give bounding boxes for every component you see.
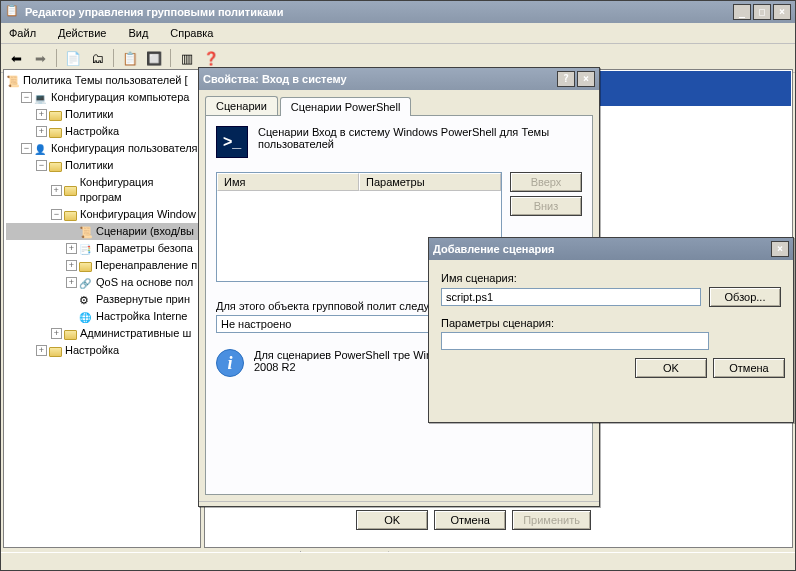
collapse-icon[interactable]: − xyxy=(21,92,32,103)
qos-icon xyxy=(79,276,93,290)
expand-icon[interactable]: + xyxy=(66,277,77,288)
powershell-icon: >_ xyxy=(216,126,248,158)
tree-win-config[interactable]: −Конфигурация Window xyxy=(6,206,198,223)
computer-icon xyxy=(34,91,48,105)
close-button[interactable]: × xyxy=(771,241,789,257)
printer-icon xyxy=(79,293,93,307)
tree-label: Политики xyxy=(65,158,114,173)
expand-icon[interactable]: + xyxy=(66,243,77,254)
tree-root[interactable]: Политика Темы пользователей [ xyxy=(6,72,198,89)
props-title: Свойства: Вход в систему xyxy=(203,73,557,85)
tree-folder-redir[interactable]: +Перенаправление п xyxy=(6,257,198,274)
add-titlebar[interactable]: Добавление сценария × xyxy=(429,238,793,260)
collapse-icon[interactable]: − xyxy=(51,209,62,220)
folder-icon xyxy=(64,186,77,196)
tree-scripts[interactable]: Сценарии (вход/вы xyxy=(6,223,198,240)
tree-user-config[interactable]: −Конфигурация пользователя xyxy=(6,140,198,157)
expand-icon[interactable]: + xyxy=(36,109,47,120)
tab-scripts[interactable]: Сценарии xyxy=(205,96,278,115)
move-up-button[interactable]: Вверх xyxy=(510,172,582,192)
folder-icon xyxy=(79,262,92,272)
ok-button[interactable]: OK xyxy=(356,510,428,530)
add-button-row: OK Отмена xyxy=(429,350,793,386)
tree-label: Политика Темы пользователей [ xyxy=(23,73,188,88)
export-button[interactable]: 📋 xyxy=(119,47,141,69)
folder-icon xyxy=(64,211,77,221)
menu-action[interactable]: Действие xyxy=(54,25,110,41)
collapse-icon[interactable]: − xyxy=(36,160,47,171)
tree-label: Конфигурация програм xyxy=(80,175,198,205)
collapse-icon[interactable]: − xyxy=(21,143,32,154)
tree-security[interactable]: +Параметры безопа xyxy=(6,240,198,257)
show-hide-button[interactable]: 🗂 xyxy=(86,47,108,69)
tab-powershell[interactable]: Сценарии PowerShell xyxy=(280,97,412,116)
scroll-icon xyxy=(6,74,20,88)
tree-policies2[interactable]: −Политики xyxy=(6,157,198,174)
cancel-button[interactable]: Отмена xyxy=(713,358,785,378)
help-button[interactable]: ? xyxy=(557,71,575,87)
tree-comp-config[interactable]: −Конфигурация компьютера xyxy=(6,89,198,106)
tree-label: Развернутые прин xyxy=(96,292,190,307)
tree-admin-tmpl[interactable]: +Административные ш xyxy=(6,325,198,342)
tree-label: Конфигурация пользователя xyxy=(51,141,198,156)
security-icon xyxy=(79,242,93,256)
browse-button[interactable]: Обзор... xyxy=(709,287,781,307)
main-titlebar[interactable]: 📋 Редактор управления групповыми политик… xyxy=(1,1,795,23)
apply-button[interactable]: Применить xyxy=(512,510,591,530)
tree-label: Параметры безопа xyxy=(96,241,193,256)
script-params-label: Параметры сценария: xyxy=(441,317,781,329)
folder-icon xyxy=(49,347,62,357)
ok-button[interactable]: OK xyxy=(635,358,707,378)
minimize-button[interactable]: _ xyxy=(733,4,751,20)
tree-pane[interactable]: Политика Темы пользователей [ −Конфигура… xyxy=(3,69,201,548)
menu-view[interactable]: Вид xyxy=(124,25,152,41)
tree-settings[interactable]: +Настройка xyxy=(6,123,198,140)
up-button[interactable]: 📄 xyxy=(62,47,84,69)
tree-sw-config[interactable]: +Конфигурация програм xyxy=(6,174,198,206)
cancel-button[interactable]: Отмена xyxy=(434,510,506,530)
add-title: Добавление сценария xyxy=(433,243,771,255)
close-button[interactable]: × xyxy=(773,4,791,20)
expand-icon[interactable]: + xyxy=(51,328,62,339)
col-params[interactable]: Параметры xyxy=(359,173,501,191)
tree-policies[interactable]: +Политики xyxy=(6,106,198,123)
folder-icon xyxy=(49,128,62,138)
help-button[interactable]: ❓ xyxy=(200,47,222,69)
tree-label: Конфигурация Window xyxy=(80,207,196,222)
tree-label: QoS на основе пол xyxy=(96,275,193,290)
menu-file[interactable]: Файл xyxy=(5,25,40,41)
ie-icon xyxy=(79,310,93,324)
menu-help[interactable]: Справка xyxy=(166,25,217,41)
back-button[interactable]: ⬅ xyxy=(5,47,27,69)
forward-button[interactable]: ➡ xyxy=(29,47,51,69)
expand-icon[interactable]: + xyxy=(36,345,47,356)
tree-settings2[interactable]: +Настройка xyxy=(6,342,198,359)
info-icon: i xyxy=(216,349,244,377)
tree-ie[interactable]: Настройка Interne xyxy=(6,308,198,325)
folder-icon xyxy=(49,162,62,172)
tree-label: Политики xyxy=(65,107,114,122)
folder-icon xyxy=(49,111,62,121)
expand-icon[interactable]: + xyxy=(51,185,62,196)
refresh-button[interactable]: 🔲 xyxy=(143,47,165,69)
tree-label: Административные ш xyxy=(80,326,191,341)
script-params-input[interactable] xyxy=(441,332,709,350)
script-name-input[interactable] xyxy=(441,288,701,306)
props-titlebar[interactable]: Свойства: Вход в систему ? × xyxy=(199,68,599,90)
tree-label: Сценарии (вход/вы xyxy=(96,224,194,239)
expand-icon[interactable]: + xyxy=(36,126,47,137)
statusbar xyxy=(1,552,795,570)
tree-printers[interactable]: Развернутые прин xyxy=(6,291,198,308)
maximize-button[interactable]: □ xyxy=(753,4,771,20)
tree-qos[interactable]: +QoS на основе пол xyxy=(6,274,198,291)
script-name-label: Имя сценария: xyxy=(441,272,781,284)
add-script-dialog: Добавление сценария × Имя сценария: Обзо… xyxy=(428,237,794,423)
move-down-button[interactable]: Вниз xyxy=(510,196,582,216)
tree-label: Настройка xyxy=(65,343,119,358)
col-name[interactable]: Имя xyxy=(217,173,359,191)
close-button[interactable]: × xyxy=(577,71,595,87)
app-icon: 📋 xyxy=(5,4,21,20)
expand-icon[interactable]: + xyxy=(66,260,77,271)
filter-button[interactable]: ▥ xyxy=(176,47,198,69)
tree-label: Настройка Interne xyxy=(96,309,187,324)
